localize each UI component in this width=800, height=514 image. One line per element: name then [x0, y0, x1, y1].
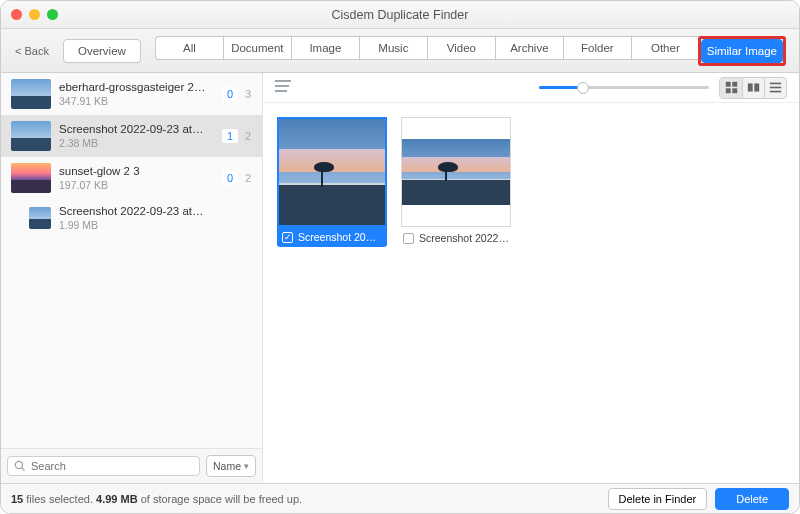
tab-all[interactable]: All [155, 36, 223, 60]
file-size: 347.91 KB [59, 95, 214, 107]
category-tabs: All Document Image Music Video Archive F… [155, 36, 786, 66]
preview-item-label: Screenshot 2022-0… [419, 232, 509, 244]
file-size: 197.07 KB [59, 179, 214, 191]
file-name: Screenshot 2022-09-23 at… [59, 205, 254, 217]
search-icon [14, 460, 26, 472]
total-count: 3 [242, 88, 254, 100]
titlebar: Cisdem Duplicate Finder [1, 1, 799, 29]
svg-rect-4 [732, 82, 737, 87]
list-item[interactable]: Screenshot 2022-09-23 at… 2.38 MB 1 2 [1, 115, 262, 157]
preview-thumbnail [277, 117, 387, 227]
svg-rect-11 [770, 91, 781, 93]
svg-rect-5 [725, 88, 730, 93]
thumbnail-icon [11, 79, 51, 109]
sidebar: eberhard-grossgasteiger 2… 347.91 KB 0 3… [1, 73, 263, 483]
list-item[interactable]: Screenshot 2022-09-23 at… 1.99 MB [1, 199, 262, 237]
svg-rect-3 [725, 82, 730, 87]
selection-counts: 0 3 [222, 87, 254, 101]
list-item-meta: Screenshot 2022-09-23 at… 2.38 MB [59, 123, 214, 149]
tab-other[interactable]: Other [631, 36, 699, 60]
selection-counts: 0 2 [222, 171, 254, 185]
sort-label: Name [213, 460, 241, 472]
tab-image[interactable]: Image [291, 36, 359, 60]
selection-counts: 1 2 [222, 129, 254, 143]
files-selected-count: 15 [11, 493, 23, 505]
list-item[interactable]: sunset-glow 2 3 197.07 KB 0 2 [1, 157, 262, 199]
chevron-updown-icon: ▾ [244, 461, 249, 471]
svg-rect-9 [770, 83, 781, 85]
list-item-meta: eberhard-grossgasteiger 2… 347.91 KB [59, 81, 214, 107]
svg-rect-0 [275, 80, 291, 82]
preview-toolbar [263, 73, 799, 103]
window-title: Cisdem Duplicate Finder [1, 8, 799, 22]
total-count: 2 [242, 172, 254, 184]
file-name: sunset-glow 2 3 [59, 165, 214, 177]
duplicate-group-list: eberhard-grossgasteiger 2… 347.91 KB 0 3… [1, 73, 262, 448]
selected-count: 1 [222, 129, 238, 143]
list-item[interactable]: eberhard-grossgasteiger 2… 347.91 KB 0 3 [1, 73, 262, 115]
app-window: Cisdem Duplicate Finder < Back Overview … [0, 0, 800, 514]
file-size: 2.38 MB [59, 137, 214, 149]
thumbnail-size-slider[interactable] [301, 86, 709, 89]
file-size: 1.99 MB [59, 219, 254, 231]
close-icon[interactable] [11, 9, 22, 20]
back-button[interactable]: < Back [11, 41, 53, 61]
selected-count: 0 [222, 171, 238, 185]
status-text: 15 files selected. 4.99 MB of storage sp… [11, 493, 302, 505]
list-item-meta: sunset-glow 2 3 197.07 KB [59, 165, 214, 191]
total-count: 2 [242, 130, 254, 142]
view-mode-toggle [719, 77, 787, 99]
thumbnail-icon [29, 207, 51, 229]
checkbox[interactable] [282, 232, 293, 243]
svg-rect-7 [748, 83, 753, 91]
preview-item[interactable]: Screenshot 2022-0… [401, 117, 511, 247]
overview-button[interactable]: Overview [63, 39, 141, 63]
thumbnail-icon [11, 163, 51, 193]
status-text-part: of storage space will be freed up. [138, 493, 302, 505]
sort-button[interactable]: Name ▾ [206, 455, 256, 477]
svg-rect-8 [754, 83, 759, 91]
toolbar: < Back Overview All Document Image Music… [1, 29, 799, 73]
tab-similar-image[interactable]: Similar Image [701, 39, 783, 63]
file-name: eberhard-grossgasteiger 2… [59, 81, 214, 93]
traffic-lights [1, 9, 58, 20]
checkbox[interactable] [403, 233, 414, 244]
list-view-button[interactable] [764, 78, 786, 98]
compare-view-button[interactable] [742, 78, 764, 98]
preview-grid: Screenshot 2022-0… Screenshot 2022-0… [263, 103, 799, 483]
status-text-part: files selected. [23, 493, 96, 505]
thumbnail-icon [11, 121, 51, 151]
preview-item[interactable]: Screenshot 2022-0… [277, 117, 387, 247]
highlight-box: Similar Image [698, 36, 786, 66]
freed-space: 4.99 MB [96, 493, 138, 505]
select-menu-icon[interactable] [275, 80, 291, 95]
tab-document[interactable]: Document [223, 36, 291, 60]
status-bar: 15 files selected. 4.99 MB of storage sp… [1, 483, 799, 513]
tab-music[interactable]: Music [359, 36, 427, 60]
svg-rect-6 [732, 88, 737, 93]
search-field[interactable] [31, 460, 193, 472]
list-item-meta: Screenshot 2022-09-23 at… 1.99 MB [59, 205, 254, 231]
tab-video[interactable]: Video [427, 36, 495, 60]
tab-archive[interactable]: Archive [495, 36, 563, 60]
content-body: eberhard-grossgasteiger 2… 347.91 KB 0 3… [1, 73, 799, 483]
tab-folder[interactable]: Folder [563, 36, 631, 60]
delete-in-finder-button[interactable]: Delete in Finder [608, 488, 708, 510]
slider-knob[interactable] [577, 82, 589, 94]
main-panel: Screenshot 2022-0… Screenshot 2022-0… [263, 73, 799, 483]
search-input[interactable] [7, 456, 200, 476]
svg-rect-2 [275, 90, 287, 92]
grid-view-button[interactable] [720, 78, 742, 98]
preview-thumbnail [401, 117, 511, 227]
svg-rect-10 [770, 87, 781, 89]
zoom-icon[interactable] [47, 9, 58, 20]
delete-button[interactable]: Delete [715, 488, 789, 510]
sidebar-footer: Name ▾ [1, 448, 262, 483]
file-name: Screenshot 2022-09-23 at… [59, 123, 214, 135]
minimize-icon[interactable] [29, 9, 40, 20]
selected-count: 0 [222, 87, 238, 101]
svg-rect-1 [275, 85, 289, 87]
preview-item-label: Screenshot 2022-0… [298, 231, 382, 243]
